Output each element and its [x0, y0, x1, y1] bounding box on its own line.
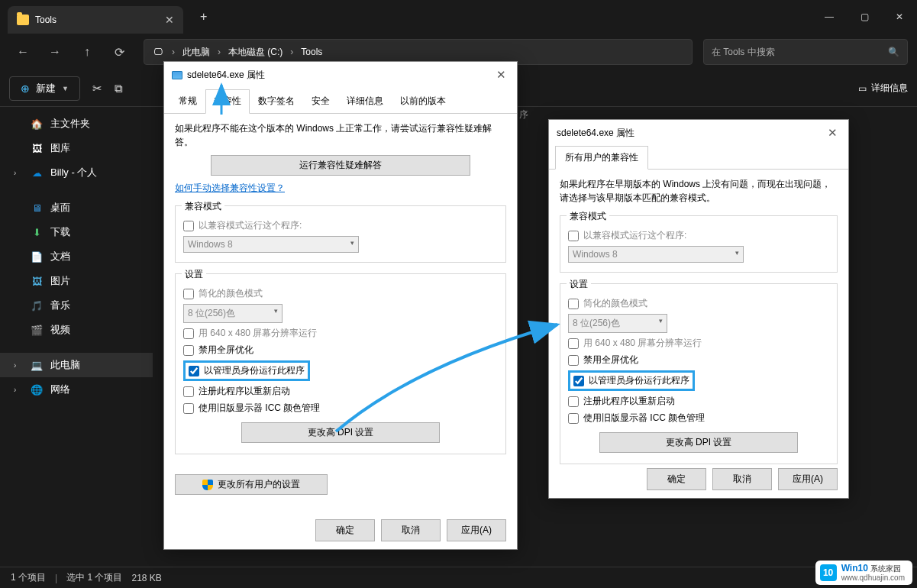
details-button[interactable]: ▭ 详细信息 [858, 82, 908, 95]
tab-signature[interactable]: 数字签名 [250, 89, 303, 113]
register-restart-checkbox[interactable]: 注册此程序以重新启动 [183, 385, 498, 398]
sidebar: 🏠主文件夹 🖼图库 ›☁Billy - 个人 🖥桌面 ⬇下载 📄文档 🖼图片 🎵… [0, 107, 153, 565]
high-dpi-button[interactable]: 更改高 DPI 设置 [599, 432, 798, 453]
dialog-close-button[interactable]: ✕ [493, 68, 509, 82]
dialog-title-bar[interactable]: sdelete64.exe 属性 ✕ [164, 62, 517, 88]
compat-mode-checkbox[interactable]: 以兼容模式运行这个程序: [183, 219, 498, 232]
sidebar-item-pictures[interactable]: 🖼图片 [0, 269, 153, 293]
change-all-users-button[interactable]: 更改所有用户的设置 [175, 474, 328, 495]
ok-button[interactable]: 确定 [647, 468, 706, 490]
admin-highlight: 以管理员身份运行此程序 [183, 360, 310, 381]
search-input[interactable]: 在 Tools 中搜索 🔍 [703, 39, 908, 65]
manual-settings-link[interactable]: 如何手动选择兼容性设置？ [175, 182, 285, 195]
sidebar-item-documents[interactable]: 📄文档 [0, 244, 153, 269]
maximize-button[interactable]: ▢ [847, 3, 882, 31]
sidebar-item-videos[interactable]: 🎬视频 [0, 318, 153, 342]
window-tab[interactable]: Tools ✕ [8, 6, 183, 34]
new-label: 新建 [36, 82, 56, 95]
minimize-button[interactable]: — [812, 3, 847, 31]
legacy-icc-checkbox[interactable]: 使用旧版显示器 ICC 颜色管理 [183, 402, 498, 415]
tab-previous[interactable]: 以前的版本 [392, 89, 454, 113]
reduced-color-checkbox[interactable]: 简化的颜色模式 [183, 287, 498, 300]
settings-group: 设置 简化的颜色模式 8 位(256)色▾ 用 640 x 480 屏幕分辨率运… [175, 273, 506, 454]
plus-icon: ⊕ [21, 82, 30, 95]
new-button[interactable]: ⊕ 新建 ▼ [9, 76, 80, 101]
sidebar-item-downloads[interactable]: ⬇下载 [0, 220, 153, 244]
tab-close-button[interactable]: ✕ [165, 14, 174, 26]
chevron-down-icon: ▼ [62, 85, 69, 92]
sidebar-item-gallery[interactable]: 🖼图库 [0, 136, 153, 160]
reduced-color-checkbox[interactable]: 简化的颜色模式 [568, 297, 829, 310]
admin-highlight: 以管理员身份运行此程序 [568, 370, 695, 391]
status-size: 218 KB [131, 573, 161, 583]
pc-icon: 💻 [31, 360, 43, 371]
apply-button[interactable]: 应用(A) [447, 519, 506, 541]
color-mode-dropdown[interactable]: 8 位(256)色▾ [183, 304, 283, 323]
dialog-body: 如果此程序不能在这个版本的 Windows 上正常工作，请尝试运行兼容性疑难解答… [164, 114, 517, 502]
ok-button[interactable]: 确定 [315, 519, 375, 541]
run-as-admin-checkbox[interactable]: 以管理员身份运行此程序 [189, 364, 305, 377]
legacy-icc-checkbox[interactable]: 使用旧版显示器 ICC 颜色管理 [568, 412, 829, 425]
all-users-properties-dialog: sdelete64.exe 属性 ✕ 所有用户的兼容性 如果此程序在早期版本的 … [548, 119, 849, 499]
dialog-title: sdelete64.exe 属性 [557, 127, 634, 140]
music-icon: 🎵 [31, 300, 43, 312]
sidebar-item-this-pc[interactable]: ›💻此电脑 [0, 353, 153, 377]
download-icon: ⬇ [31, 227, 43, 238]
breadcrumb-folder[interactable]: Tools [301, 47, 322, 57]
forward-button[interactable]: → [41, 38, 69, 66]
troubleshoot-button[interactable]: 运行兼容性疑难解答 [211, 155, 470, 176]
network-icon: 🌐 [31, 384, 43, 396]
tab-general[interactable]: 常规 [170, 89, 205, 113]
tab-all-users-compat[interactable]: 所有用户的兼容性 [555, 146, 648, 170]
sidebar-item-home[interactable]: 🏠主文件夹 [0, 111, 153, 136]
breadcrumb-pc[interactable]: 此电脑 [182, 46, 210, 59]
apply-button[interactable]: 应用(A) [778, 468, 838, 490]
sidebar-item-onedrive[interactable]: ›☁Billy - 个人 [0, 160, 153, 185]
sidebar-item-desktop[interactable]: 🖥桌面 [0, 195, 153, 220]
compat-os-dropdown[interactable]: Windows 8▾ [568, 246, 744, 263]
titlebar: Tools ✕ + — ▢ ✕ [0, 0, 917, 34]
refresh-button[interactable]: ⟳ [105, 38, 133, 66]
color-mode-dropdown[interactable]: 8 位(256)色▾ [568, 314, 667, 333]
settings-group: 设置 简化的颜色模式 8 位(256)色▾ 用 640 x 480 屏幕分辨率运… [560, 283, 838, 464]
disable-fullscreen-checkbox[interactable]: 禁用全屏优化 [183, 344, 498, 357]
disable-fullscreen-checkbox[interactable]: 禁用全屏优化 [568, 354, 829, 367]
up-button[interactable]: ↑ [73, 38, 101, 66]
dialog-close-button[interactable]: ✕ [825, 126, 841, 140]
sidebar-item-music[interactable]: 🎵音乐 [0, 293, 153, 318]
search-icon: 🔍 [888, 47, 899, 57]
tab-details[interactable]: 详细信息 [338, 89, 392, 113]
res640-checkbox[interactable]: 用 640 x 480 屏幕分辨率运行 [568, 337, 829, 350]
cancel-button[interactable]: 取消 [381, 519, 441, 541]
dialog-footer: 确定 取消 应用(A) [164, 519, 517, 541]
compat-mode-checkbox[interactable]: 以兼容模式运行这个程序: [568, 229, 829, 242]
group-label: 设置 [567, 278, 591, 291]
new-tab-button[interactable]: + [194, 7, 213, 27]
details-pane-icon: ▭ [858, 83, 867, 94]
compat-os-dropdown[interactable]: Windows 8▾ [183, 236, 359, 253]
copy-icon[interactable]: ⧉ [115, 82, 123, 95]
dialog-title-bar[interactable]: sdelete64.exe 属性 ✕ [549, 120, 848, 146]
compat-description: 如果此程序不能在这个版本的 Windows 上正常工作，请尝试运行兼容性疑难解答… [175, 121, 506, 149]
high-dpi-button[interactable]: 更改高 DPI 设置 [241, 422, 440, 443]
cancel-button[interactable]: 取消 [712, 468, 772, 490]
breadcrumb-disk[interactable]: 本地磁盘 (C:) [228, 46, 283, 59]
video-icon: 🎬 [31, 325, 43, 336]
register-restart-checkbox[interactable]: 注册此程序以重新启动 [568, 395, 829, 408]
pictures-icon: 🖼 [31, 276, 43, 287]
back-button[interactable]: ← [9, 38, 37, 66]
details-label: 详细信息 [871, 82, 908, 95]
dialog-tabs: 所有用户的兼容性 [549, 146, 848, 170]
close-window-button[interactable]: ✕ [882, 3, 917, 31]
group-label: 设置 [182, 268, 206, 281]
compat-description: 如果此程序在早期版本的 Windows 上没有问题，而现在出现问题，请选择与该早… [560, 177, 838, 205]
sidebar-item-network[interactable]: ›🌐网络 [0, 377, 153, 402]
run-as-admin-checkbox[interactable]: 以管理员身份运行此程序 [573, 374, 689, 387]
tab-security[interactable]: 安全 [303, 89, 338, 113]
tab-compatibility[interactable]: 兼容性 [205, 89, 250, 114]
dialog-footer: 确定 取消 应用(A) [549, 468, 848, 490]
res640-checkbox[interactable]: 用 640 x 480 屏幕分辨率运行 [183, 327, 498, 340]
properties-dialog: sdelete64.exe 属性 ✕ 常规 兼容性 数字签名 安全 详细信息 以… [163, 61, 518, 550]
cut-icon[interactable]: ✂ [92, 82, 102, 95]
compat-mode-group: 兼容模式 以兼容模式运行这个程序: Windows 8▾ [175, 205, 506, 263]
